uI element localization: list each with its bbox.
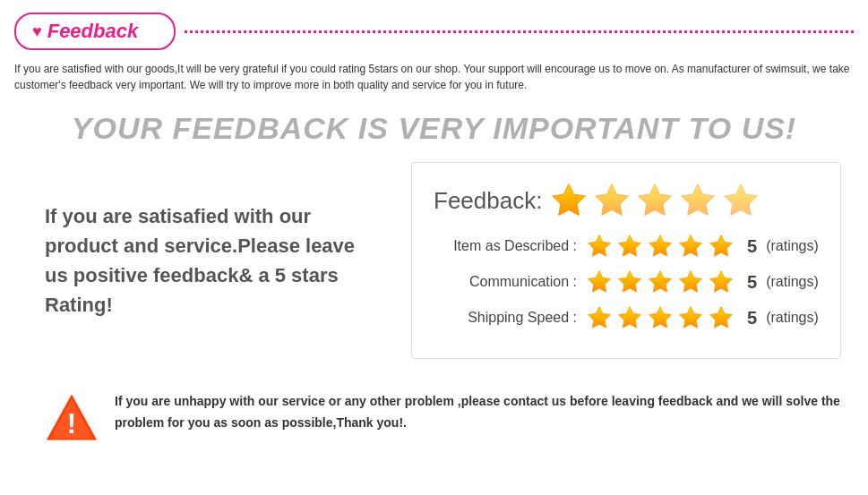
- rating-unit-1: (ratings): [766, 274, 819, 290]
- header-row: ♥ Feedback: [0, 0, 868, 57]
- svg-marker-12: [649, 271, 672, 293]
- row2-star2: [616, 304, 643, 331]
- svg-text:!: !: [67, 408, 76, 440]
- rating-label-1: Communication :: [434, 274, 577, 290]
- rating-label-2: Shipping Speed :: [434, 310, 577, 326]
- rating-row-1: Communication : 5 (ratings): [434, 269, 819, 295]
- row1-star4: [677, 269, 704, 295]
- svg-marker-5: [589, 235, 611, 257]
- row0-star1: [586, 233, 613, 260]
- row0-star2: [616, 233, 643, 260]
- main-content: If you are satisafied with our product a…: [0, 162, 868, 377]
- svg-marker-9: [710, 235, 733, 257]
- svg-marker-11: [619, 271, 641, 293]
- svg-marker-17: [649, 307, 672, 329]
- row1-star5: [708, 269, 735, 295]
- left-panel-text: If you are satisafied with our product a…: [45, 201, 366, 320]
- rating-score-1: 5: [747, 272, 757, 293]
- title-stars: [549, 181, 761, 220]
- row1-star2: [616, 269, 643, 295]
- star-3-icon: [635, 181, 675, 220]
- star-5-icon: [721, 181, 761, 220]
- row2-star4: [677, 304, 704, 331]
- heart-icon: ♥: [32, 22, 42, 41]
- svg-marker-4: [725, 184, 758, 216]
- feedback-card-title: Feedback:: [434, 187, 542, 215]
- rating-score-2: 5: [747, 308, 757, 329]
- star-4-icon: [678, 181, 718, 220]
- row0-star5: [708, 233, 735, 260]
- intro-paragraph: If you are satisfied with our goods,It w…: [14, 63, 849, 91]
- rating-stars-0: [586, 233, 735, 260]
- warning-triangle-icon: !: [45, 391, 99, 445]
- rating-label-0: Item as Described :: [434, 238, 577, 254]
- rating-row-0: Item as Described : 5 (ratings): [434, 233, 819, 260]
- svg-marker-14: [710, 271, 733, 293]
- dotted-line: [185, 30, 854, 33]
- svg-marker-6: [619, 235, 641, 257]
- rating-stars-1: [586, 269, 735, 295]
- star-2-icon: [592, 181, 632, 220]
- rating-score-0: 5: [747, 236, 757, 257]
- svg-marker-18: [680, 307, 702, 329]
- row2-star1: [586, 304, 613, 331]
- feedback-badge: ♥ Feedback: [14, 13, 176, 50]
- feedback-title-row: Feedback:: [434, 181, 819, 220]
- svg-marker-13: [680, 271, 702, 293]
- svg-marker-15: [589, 307, 611, 329]
- row0-star4: [677, 233, 704, 260]
- row0-star3: [647, 233, 674, 260]
- intro-text: If you are satisfied with our goods,It w…: [0, 57, 868, 102]
- big-heading: YOUR FEEDBACK IS VERY IMPORTANT TO US!: [0, 102, 868, 162]
- rating-unit-2: (ratings): [766, 310, 819, 326]
- svg-marker-3: [682, 184, 715, 216]
- svg-marker-8: [680, 235, 702, 257]
- star-1-icon: [549, 181, 589, 220]
- feedback-card: Feedback:: [411, 162, 841, 359]
- rating-unit-0: (ratings): [766, 238, 819, 254]
- row1-star1: [586, 269, 613, 295]
- warning-section: ! If you are unhappy with our service or…: [0, 377, 868, 473]
- svg-marker-0: [553, 184, 586, 216]
- warning-icon: !: [45, 391, 99, 455]
- svg-marker-2: [639, 184, 672, 216]
- svg-marker-1: [596, 184, 629, 216]
- svg-marker-10: [589, 271, 611, 293]
- row2-star3: [647, 304, 674, 331]
- svg-marker-19: [710, 307, 733, 329]
- row1-star3: [647, 269, 674, 295]
- left-panel: If you are satisafied with our product a…: [27, 162, 384, 359]
- svg-marker-16: [619, 307, 641, 329]
- svg-marker-7: [649, 235, 672, 257]
- rating-stars-2: [586, 304, 735, 331]
- rating-row-2: Shipping Speed : 5 (ratings): [434, 304, 819, 331]
- row2-star5: [708, 304, 735, 331]
- feedback-badge-label: Feedback: [47, 20, 139, 43]
- warning-text: If you are unhappy with our service or a…: [115, 391, 841, 434]
